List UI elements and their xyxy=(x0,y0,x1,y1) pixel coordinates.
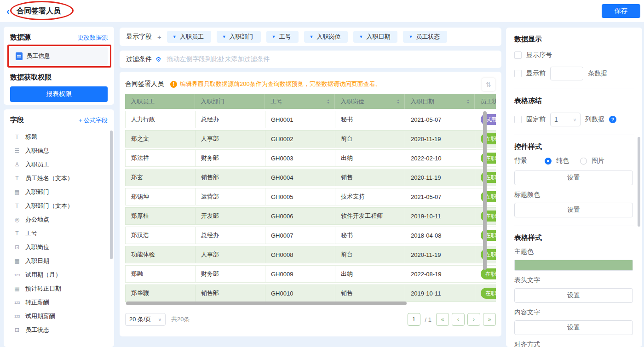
field-item-onboard-info[interactable]: ☰入职信息 xyxy=(10,144,108,158)
last-page-button[interactable]: » xyxy=(483,313,496,326)
display-field-chip[interactable]: ▼入职员工 xyxy=(167,31,211,43)
field-item-onboard-employee[interactable]: ♙入职员工 xyxy=(10,158,108,171)
solid-color-label: 纯色 xyxy=(556,157,569,165)
divider xyxy=(514,135,634,135)
solid-color-radio[interactable] xyxy=(545,158,552,165)
page-title: 合同签署人员 xyxy=(17,6,61,16)
column-header[interactable]: 入职日期▲▼ xyxy=(405,94,475,109)
field-item-office-location[interactable]: ◎办公地点 xyxy=(10,213,108,227)
filter-label: 过滤条件 xyxy=(126,55,152,63)
field-item-onboard-department-text[interactable]: T入职部门（文本） xyxy=(10,199,108,213)
table-row[interactable]: 郑之文人事部GH0002前台2020-11-19在职 xyxy=(125,130,496,148)
filter-placeholder: 拖动左侧字段到此处来添加过滤条件 xyxy=(167,55,270,63)
date-icon: ▦ xyxy=(13,285,21,292)
column-header[interactable]: 入职岗位▲▼ xyxy=(335,94,405,109)
next-page-button[interactable]: › xyxy=(467,313,480,326)
table-row[interactable]: 郑汉浩总经办GH0007秘书2018-04-08在职 xyxy=(125,227,496,244)
document-icon xyxy=(16,52,23,60)
fix-prefix-label: 固定前 xyxy=(526,115,546,124)
table-row[interactable]: 郑锡坤运营部GH0005技术支持2021-05-07在职 xyxy=(125,188,496,205)
back-chevron-icon[interactable]: ‹ xyxy=(6,6,10,17)
field-list: T标题 ☰入职信息 ♙入职员工 T员工姓名（文本） ▤入职部门 T入职部门（文本… xyxy=(10,130,108,337)
content-text-set-button[interactable]: 设置 xyxy=(514,320,633,335)
header-text-set-button[interactable]: 设置 xyxy=(514,288,633,303)
display-field-chip[interactable]: ▼入职部门 xyxy=(217,31,261,43)
display-fields-bar: 显示字段 + ▼入职员工 ▼入职部门 ▼工号 ▼入职岗位 ▼入职日期 ▼员工状态 xyxy=(120,28,501,46)
background-set-button[interactable]: 设置 xyxy=(514,171,633,185)
table-row[interactable]: 郑法祥财务部GH0003出纳2022-02-10在职 xyxy=(125,149,496,167)
datasource-title: 数据源 xyxy=(10,33,31,42)
table-row[interactable]: 功能体验人事部GH0008前台2020-11-19在职 xyxy=(125,246,496,263)
page-size-select[interactable]: 20 条/页 ∨ xyxy=(125,313,166,326)
column-header[interactable]: 工号▲▼ xyxy=(265,94,335,109)
show-index-checkbox[interactable] xyxy=(514,51,522,59)
select-icon: ⊡ xyxy=(13,244,21,250)
divider xyxy=(514,226,634,226)
column-header[interactable]: 员工状态 xyxy=(475,94,496,109)
field-item-employee-id[interactable]: T工号 xyxy=(10,227,108,240)
report-permission-button[interactable]: 报表权限 xyxy=(10,86,108,102)
row-count-input[interactable] xyxy=(550,67,583,80)
title-color-label: 标题颜色 xyxy=(514,191,634,199)
table-title: 合同签署人员 xyxy=(125,80,164,88)
column-header[interactable]: 入职员工 xyxy=(125,94,195,109)
text-icon: T xyxy=(13,175,21,182)
table-header-row: 入职员工 入职部门 工号▲▼ 入职岗位▲▼ 入职日期▲▼ 员工状态 xyxy=(125,94,496,109)
table-row[interactable]: 郑厚植开发部GH0006软件开发工程师2019-10-11在职 xyxy=(125,207,496,225)
display-field-chip[interactable]: ▼入职岗位 xyxy=(304,31,348,43)
status-badge: 在职 xyxy=(481,268,496,279)
freeze-count-select[interactable]: 1 ∨ xyxy=(550,113,581,126)
first-page-button[interactable]: « xyxy=(436,313,449,326)
chevron-down-icon: ∨ xyxy=(573,117,576,122)
field-item-onboard-department[interactable]: ▤入职部门 xyxy=(10,185,108,199)
show-first-checkbox[interactable] xyxy=(514,70,522,77)
datasource-card: 数据源 更改数据源 员工信息 数据获取权限 报表权限 xyxy=(4,27,114,105)
theme-color-swatch[interactable] xyxy=(514,260,633,271)
sort-arrows-icon[interactable]: ▲▼ xyxy=(327,99,330,104)
field-item-probation-salary[interactable]: 123试用期薪酬 xyxy=(10,309,108,323)
add-display-field-icon[interactable]: + xyxy=(157,33,161,41)
table-row[interactable]: 郑融财务部GH0009出纳2022-08-19在职 xyxy=(125,265,496,283)
datasource-item-employee-info[interactable]: 员工信息 xyxy=(10,47,108,65)
save-button[interactable]: 保存 xyxy=(602,4,640,18)
table-row[interactable]: 人力行政总经办GH0001秘书2021-05-07试用期 xyxy=(125,111,496,128)
field-item-probation-months[interactable]: 123试用期（月） xyxy=(10,268,108,282)
field-item-onboard-date[interactable]: ▦入职日期 xyxy=(10,254,108,268)
table-row[interactable]: 郑肇骧销售部GH0010销售2019-10-11在职 xyxy=(125,284,496,302)
current-page-input[interactable]: 1 xyxy=(408,313,420,326)
panel-scrollbar[interactable] xyxy=(638,137,640,227)
vertical-scrollbar[interactable] xyxy=(483,111,487,270)
field-item-expected-regular-date[interactable]: ▦预计转正日期 xyxy=(10,282,108,296)
settings-panel: 数据显示 显示序号 显示前 条数据 表格冻结 固定前 1 ∨ 列数据 ? 控件样… xyxy=(506,28,642,347)
sort-arrows-icon[interactable]: ▲▼ xyxy=(397,99,400,104)
sort-arrows-icon[interactable]: ▲▼ xyxy=(466,99,470,104)
display-field-chip[interactable]: ▼工号 xyxy=(266,31,299,43)
field-item-title[interactable]: T标题 xyxy=(10,130,108,144)
image-radio[interactable] xyxy=(580,158,587,165)
field-item-employee-name-text[interactable]: T员工姓名（文本） xyxy=(10,171,108,185)
add-formula-field-link[interactable]: + 公式字段 xyxy=(79,116,108,125)
column-header[interactable]: 入职部门 xyxy=(195,94,265,109)
title-icon: T xyxy=(13,134,21,140)
table-row[interactable]: 郑玄销售部GH0004销售2020-11-19在职 xyxy=(125,169,496,186)
prev-page-button[interactable]: ‹ xyxy=(452,313,465,326)
display-field-chip[interactable]: ▼员工状态 xyxy=(403,31,447,43)
display-field-chip[interactable]: ▼入职日期 xyxy=(353,31,397,43)
title-color-set-button[interactable]: 设置 xyxy=(514,203,633,217)
chevron-down-icon: ▼ xyxy=(272,34,276,39)
filter-bar[interactable]: 过滤条件 ⚙ 拖动左侧字段到此处来添加过滤条件 xyxy=(120,51,501,68)
sort-order-icon[interactable]: ⇅ xyxy=(482,78,495,91)
date-icon: ▦ xyxy=(13,258,21,264)
freeze-checkbox[interactable] xyxy=(514,116,522,123)
field-item-regular-salary[interactable]: 123转正薪酬 xyxy=(10,296,108,309)
field-item-employee-status[interactable]: ⊡员工状态 xyxy=(10,323,108,337)
horizontal-scrollbar[interactable] xyxy=(126,301,407,305)
select-icon: ⊡ xyxy=(13,327,21,333)
warning-icon: ! xyxy=(170,81,177,88)
change-datasource-link[interactable]: 更改数据源 xyxy=(78,34,108,42)
fields-scrollbar[interactable] xyxy=(110,131,113,259)
field-item-onboard-position[interactable]: ⊡入职岗位 xyxy=(10,240,108,254)
text-icon: T xyxy=(13,203,21,209)
gear-icon[interactable]: ⚙ xyxy=(155,56,161,63)
help-icon[interactable]: ? xyxy=(609,116,616,123)
